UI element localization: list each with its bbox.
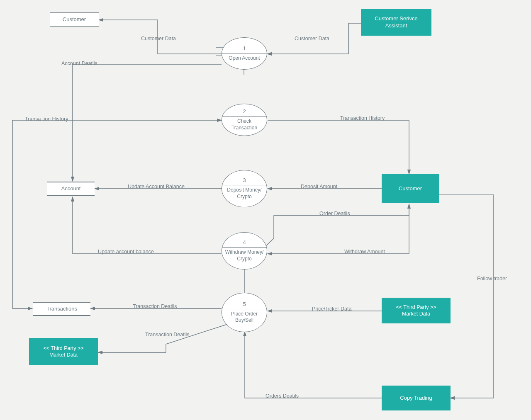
market-data-right-line2: Market Data — [402, 311, 430, 317]
process-4-label: Withdraw Money/ Crypto — [223, 248, 266, 262]
market-data-right-line1: << Third Party >> — [396, 304, 436, 311]
datastore-account-label: Account — [61, 185, 81, 192]
flow-price-ticker: Price/Ticker Data — [312, 306, 351, 312]
process-1-num: 1 — [243, 45, 246, 53]
flow-deposit-amount: Deposit Amount — [301, 184, 337, 189]
flow-account-details: Account Deatils — [61, 61, 97, 66]
flow-orders-details: Orders Deatils — [266, 393, 299, 399]
entity-customer-right: Customer — [382, 174, 439, 203]
entity-customer-top-label: Customer — [63, 16, 86, 23]
process-withdraw: 4 Withdraw Money/ Crypto — [222, 232, 267, 269]
datastore-account: Account — [47, 182, 95, 196]
process-open-account: 1 Open Account — [222, 37, 267, 70]
flow-order-details: Order Deatils — [319, 211, 350, 216]
entity-copy-trading-label: Copy Trading — [400, 395, 432, 402]
flow-update-balance-1: Update Account Balance — [128, 184, 185, 189]
process-3-label: Deposit Money/ Crypto — [224, 185, 264, 200]
datastore-transactions: Transactions — [33, 302, 90, 316]
flow-transaction-details-2: Transaction Deatils — [145, 332, 190, 337]
flow-update-balance-2: Update account balance — [98, 249, 154, 255]
process-1-label: Open Account — [226, 53, 262, 62]
process-4-num: 4 — [243, 239, 246, 247]
flow-transaction-history-right: Transaction History — [340, 115, 385, 121]
entity-customer-top: Customer — [50, 12, 99, 27]
flow-customer-data-2: Customer Data — [295, 36, 329, 41]
process-2-label: Check Transaction — [222, 117, 267, 131]
flow-transaction-details-1: Transaction Deatils — [133, 303, 177, 309]
process-deposit: 3 Deposit Money/ Crypto — [222, 170, 267, 207]
process-3-num: 3 — [243, 177, 246, 185]
entity-market-data-right: << Third Party >> Market Data — [382, 298, 451, 323]
market-data-left-line1: << Third Party >> — [43, 345, 83, 352]
datastore-transactions-label: Transactions — [46, 306, 77, 313]
entity-csa: Customer Serivce Assistant — [361, 9, 431, 36]
process-5-num: 5 — [243, 301, 246, 309]
flow-transaction-history-left: Transa tion History — [25, 116, 68, 122]
entity-market-data-left: << Third Party >> Market Data — [29, 338, 98, 365]
market-data-left-line2: Market Data — [49, 352, 78, 358]
process-2-num: 2 — [243, 108, 246, 116]
process-place-order: 5 Place Order Buy/Sell — [222, 293, 267, 332]
entity-csa-label: Customer Serivce Assistant — [365, 15, 427, 29]
flow-follow-trader: Follow trader — [477, 276, 507, 282]
entity-customer-right-label: Customer — [399, 185, 422, 192]
flow-customer-data-1: Customer Data — [141, 36, 176, 41]
flow-withdraw-amount: Withdraw Amount — [344, 249, 385, 255]
process-5-label: Place Order Buy/Sell — [229, 309, 260, 324]
dfd-canvas: Customer Customer Serivce Assistant 1 Op… — [0, 0, 531, 420]
process-check-transaction: 2 Check Transaction — [222, 104, 267, 136]
entity-copy-trading: Copy Trading — [382, 386, 451, 410]
